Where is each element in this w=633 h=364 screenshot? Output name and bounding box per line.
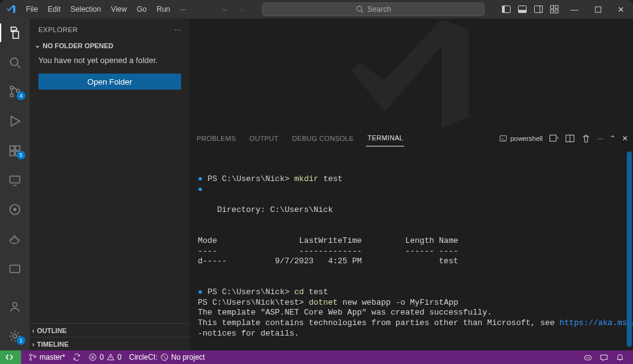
- svg-rect-11: [555, 10, 558, 13]
- remote-indicator[interactable]: [0, 350, 21, 364]
- status-feedback-icon[interactable]: [596, 350, 612, 364]
- activity-remote-explorer[interactable]: [0, 170, 30, 191]
- svg-rect-10: [551, 10, 554, 13]
- outline-label: OUTLINE: [37, 327, 67, 334]
- terminal-body[interactable]: ● PS C:\Users\Nick> mkdir test ● Directo…: [190, 148, 633, 350]
- menu-overflow[interactable]: ···: [176, 2, 190, 16]
- svg-point-0: [357, 6, 362, 11]
- no-folder-message: You have not yet opened a folder.: [30, 53, 190, 71]
- svg-point-15: [11, 87, 14, 90]
- no-folder-title: NO FOLDER OPENED: [43, 42, 113, 49]
- activity-source-control[interactable]: 4: [0, 81, 30, 102]
- nav-forward-icon[interactable]: →: [237, 5, 245, 14]
- menu-selection[interactable]: Selection: [66, 2, 105, 16]
- scm-badge: 4: [17, 91, 25, 100]
- layout-sidebar-left-icon[interactable]: [501, 4, 511, 14]
- svg-rect-6: [535, 6, 543, 13]
- svg-point-43: [588, 357, 590, 358]
- timeline-section[interactable]: › TIMELINE: [30, 337, 190, 350]
- editor-area-empty: [190, 19, 633, 129]
- svg-rect-8: [551, 6, 554, 9]
- activity-search[interactable]: [0, 52, 30, 73]
- kill-terminal-icon[interactable]: [581, 133, 591, 143]
- title-bar: File Edit Selection View Go Run ··· ← → …: [0, 0, 633, 19]
- outline-section[interactable]: › OUTLINE: [30, 323, 190, 337]
- tab-output[interactable]: OUTPUT: [249, 130, 280, 146]
- svg-point-33: [30, 358, 32, 360]
- activity-explorer[interactable]: [0, 22, 30, 43]
- svg-rect-19: [10, 151, 14, 156]
- svg-rect-25: [10, 265, 20, 273]
- customize-layout-icon[interactable]: [550, 4, 559, 14]
- menu-bar: File Edit Selection View Go Run ···: [22, 2, 190, 16]
- activity-extensions[interactable]: 5: [0, 140, 30, 161]
- menu-view[interactable]: View: [106, 2, 131, 16]
- svg-point-24: [14, 208, 17, 211]
- split-terminal-icon[interactable]: [565, 133, 575, 143]
- menu-file[interactable]: File: [22, 2, 42, 16]
- svg-line-1: [361, 11, 363, 13]
- svg-rect-29: [550, 135, 556, 141]
- close-panel-icon[interactable]: ✕: [622, 134, 628, 143]
- tab-terminal[interactable]: TERMINAL: [366, 130, 404, 146]
- svg-rect-5: [519, 10, 527, 13]
- window-minimize-icon[interactable]: —: [566, 5, 584, 14]
- svg-rect-9: [555, 6, 558, 9]
- svg-rect-18: [10, 146, 14, 150]
- menu-go[interactable]: Go: [132, 2, 151, 16]
- menu-run[interactable]: Run: [152, 2, 174, 16]
- search-placeholder: Search: [368, 5, 391, 14]
- terminal-scroll-indicator: [627, 151, 632, 347]
- status-bell-icon[interactable]: [612, 350, 628, 364]
- svg-point-27: [13, 334, 17, 338]
- command-center-search[interactable]: Search: [262, 2, 485, 16]
- panel-more-icon[interactable]: ···: [597, 134, 603, 143]
- vscode-logo-icon: [0, 4, 22, 14]
- status-circleci[interactable]: CircleCI: No project: [125, 350, 209, 364]
- sidebar: EXPLORER ··· ⌄ NO FOLDER OPENED You have…: [30, 19, 190, 350]
- bottom-panel: PROBLEMS OUTPUT DEBUG CONSOLE TERMINAL p…: [190, 129, 633, 350]
- activity-other[interactable]: [0, 258, 30, 279]
- terminal-shell-label[interactable]: powershell: [499, 134, 543, 143]
- activity-circleci[interactable]: [0, 199, 30, 220]
- svg-line-14: [17, 65, 20, 68]
- tab-debug-console[interactable]: DEBUG CONSOLE: [291, 130, 355, 146]
- chevron-right-icon: ›: [32, 341, 35, 348]
- svg-point-16: [11, 94, 14, 97]
- maximize-panel-icon[interactable]: ⌃: [610, 134, 616, 143]
- nav-back-icon[interactable]: ←: [221, 5, 229, 14]
- status-sync[interactable]: [69, 350, 85, 364]
- activity-accounts[interactable]: [0, 297, 30, 318]
- svg-rect-41: [585, 355, 592, 360]
- branch-label: master*: [40, 353, 65, 362]
- open-folder-button[interactable]: Open Folder: [38, 74, 181, 90]
- svg-line-40: [162, 355, 166, 360]
- new-terminal-dropdown[interactable]: [549, 133, 559, 143]
- status-copilot-icon[interactable]: [580, 350, 596, 364]
- extensions-badge: 5: [17, 151, 25, 159]
- window-maximize-icon[interactable]: [590, 6, 606, 13]
- svg-point-13: [11, 58, 18, 66]
- activity-run-debug[interactable]: [0, 111, 30, 132]
- svg-point-42: [586, 357, 587, 358]
- menu-edit[interactable]: Edit: [43, 2, 65, 16]
- status-branch[interactable]: master*: [25, 350, 69, 364]
- svg-point-32: [30, 354, 32, 356]
- chevron-down-icon: ⌄: [35, 41, 40, 49]
- layout-sidebar-right-icon[interactable]: [533, 4, 543, 14]
- status-problems[interactable]: 0 0: [85, 350, 125, 364]
- svg-rect-21: [15, 146, 20, 150]
- sidebar-title: EXPLORER: [38, 26, 78, 33]
- svg-rect-7: [540, 6, 543, 13]
- tab-problems[interactable]: PROBLEMS: [195, 130, 237, 146]
- activity-settings[interactable]: 1: [0, 326, 30, 347]
- no-folder-section-header[interactable]: ⌄ NO FOLDER OPENED: [30, 40, 190, 53]
- activity-docker[interactable]: [0, 229, 30, 250]
- svg-rect-12: [595, 7, 601, 12]
- layout-panel-icon[interactable]: [517, 4, 527, 14]
- window-close-icon[interactable]: ✕: [613, 5, 629, 14]
- svg-rect-3: [503, 6, 505, 13]
- svg-rect-22: [10, 176, 20, 183]
- sidebar-more-icon[interactable]: ···: [174, 26, 181, 33]
- chevron-right-icon: ›: [32, 327, 35, 334]
